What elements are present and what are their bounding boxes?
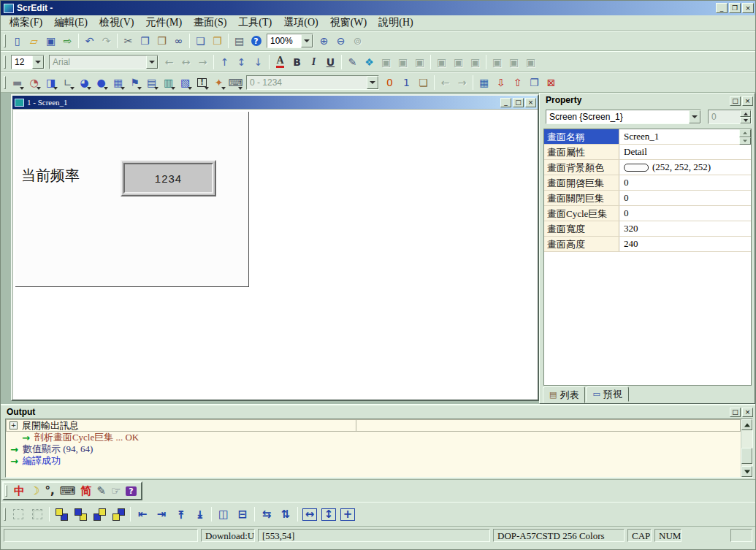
element-range-select[interactable]: 0 - 1234	[246, 75, 379, 90]
text-align-left-button[interactable]: ←	[161, 54, 177, 70]
pipe-element-button[interactable]: ∟	[59, 75, 76, 91]
graphic-display-element-button[interactable]: ▥	[160, 75, 177, 91]
menu-item-4[interactable]: 畫面(S)	[188, 15, 232, 30]
spin-down-icon[interactable]	[740, 117, 751, 123]
same-h-spacing-button[interactable]: ⇆	[257, 505, 276, 523]
tab-list[interactable]: ▤列表	[543, 386, 585, 403]
text-align-top-button[interactable]: ↑	[216, 54, 233, 70]
menu-item-7[interactable]: 視窗(W)	[324, 15, 373, 30]
numeric-display-element[interactable]: 1234	[121, 160, 216, 196]
output-panel-titlebar[interactable]: Output □×	[1, 405, 755, 418]
restore-button[interactable]: ❐	[729, 3, 741, 13]
button-element-button[interactable]: ▬	[9, 75, 26, 91]
toolbar-grip[interactable]	[4, 56, 6, 69]
download-all-button[interactable]: ⇧	[509, 75, 526, 91]
copy-button[interactable]: ❐	[137, 33, 153, 49]
ime-punctuation-button[interactable]: °,	[45, 486, 54, 497]
state0-button[interactable]: 0	[381, 75, 398, 91]
dropdown-arrow-icon[interactable]	[301, 34, 313, 47]
menu-item-5[interactable]: 工具(T)	[232, 15, 278, 30]
text-align-center-v-button[interactable]: ↕	[233, 54, 250, 70]
pattern-element-button[interactable]: ▦	[110, 75, 126, 91]
offline-simulation-button[interactable]: ⊠	[543, 75, 560, 91]
property-value[interactable]: 0	[619, 191, 751, 205]
dropdown-arrow-icon[interactable]	[146, 56, 158, 69]
spin-down-icon[interactable]	[739, 137, 751, 145]
keypad-element-button[interactable]: ⌨	[227, 75, 244, 91]
center-horizontal-button[interactable]: ◫	[214, 505, 233, 523]
property-value[interactable]: Screen_1	[619, 129, 751, 144]
save-button[interactable]: ▣	[42, 33, 59, 49]
expand-output-button[interactable]: +	[9, 421, 18, 429]
open-screen-button[interactable]: ❐	[209, 33, 226, 49]
compile-button[interactable]: ▦	[476, 75, 492, 91]
bring-to-front-button[interactable]	[52, 505, 71, 523]
picture-align-8-button[interactable]: ▣	[505, 54, 522, 70]
picture-align-2-button[interactable]: ▣	[394, 54, 411, 70]
send-to-back-button[interactable]	[71, 505, 90, 523]
screen-design-area[interactable]: 当前频率 1234	[15, 112, 249, 287]
toolbar-grip[interactable]	[4, 508, 6, 521]
ime-help-button[interactable]: ?	[126, 486, 136, 496]
dropdown-arrow-icon[interactable]	[689, 110, 700, 123]
output-close-button[interactable]: ×	[742, 408, 753, 417]
picture-align-6-button[interactable]: ▣	[467, 54, 484, 70]
bring-forward-button[interactable]	[90, 505, 109, 523]
zoom-select[interactable]: 100%	[267, 34, 313, 48]
ime-pointer-button[interactable]: ☞	[111, 486, 121, 497]
scroll-down-icon[interactable]	[741, 466, 752, 477]
screen-close-button[interactable]: ×	[525, 98, 536, 107]
same-size-button[interactable]: +	[338, 505, 357, 523]
menu-item-1[interactable]: 編輯(E)	[48, 15, 93, 30]
output-scrollbar[interactable]	[741, 419, 752, 477]
message-element-button[interactable]: ⚑	[126, 75, 143, 91]
group-button[interactable]	[9, 505, 28, 523]
picture-align-3-button[interactable]: ▣	[411, 54, 428, 70]
object-select[interactable]: Screen {Screen_1}	[546, 110, 701, 124]
screen-maximize-button[interactable]: □	[513, 98, 524, 107]
next-element-button[interactable]: →	[454, 75, 470, 91]
close-button[interactable]: ×	[742, 3, 754, 13]
same-width-button[interactable]: ↔	[300, 505, 319, 523]
underline-button[interactable]: U	[322, 54, 339, 70]
ime-language-button[interactable]: 中	[14, 486, 25, 497]
picture-align-9-button[interactable]: ▣	[522, 54, 539, 70]
align-right-button[interactable]: ⇥	[152, 505, 171, 523]
ime-handwrite-button[interactable]: ✎	[96, 486, 106, 497]
property-panel-titlebar[interactable]: Property □×	[540, 93, 755, 107]
minimize-button[interactable]: _	[716, 3, 728, 13]
tab-preview[interactable]: ▭預視	[586, 386, 628, 402]
property-row-6[interactable]: 畫面寬度320	[544, 221, 751, 237]
ime-softkeyboard-button[interactable]: ⌨	[60, 486, 76, 497]
scroll-up-icon[interactable]	[741, 419, 752, 430]
alarm-element-button[interactable]: !	[194, 75, 210, 91]
same-v-spacing-button[interactable]: ⇅	[276, 505, 295, 523]
send-backward-button[interactable]	[109, 505, 128, 523]
cut-button[interactable]: ✂	[120, 33, 137, 49]
align-top-button[interactable]: ⇤	[171, 505, 190, 523]
ime-grip[interactable]	[5, 485, 7, 497]
paste-button[interactable]: ❒	[153, 33, 170, 49]
menu-item-0[interactable]: 檔案(F)	[4, 15, 48, 30]
menu-item-2[interactable]: 檢視(V)	[93, 15, 140, 30]
help-button[interactable]: ?	[248, 33, 264, 49]
border-color-button[interactable]: ✎	[344, 54, 361, 70]
export-button[interactable]: ⇨	[59, 33, 76, 49]
property-row-2[interactable]: 畫面背景顏色(252, 252, 252)	[544, 160, 751, 175]
scroll-thumb[interactable]	[741, 448, 752, 464]
input-element-button[interactable]: ▧	[177, 75, 194, 91]
zoom-in-button[interactable]: ⊕	[316, 33, 332, 49]
zoom-region-button[interactable]: ⊚	[349, 33, 366, 49]
online-simulation-button[interactable]: ❐	[526, 75, 543, 91]
property-row-0[interactable]: 畫面名稱Screen_1	[544, 129, 751, 145]
property-row-5[interactable]: 畫面Cycle巨集0	[544, 206, 751, 221]
toolbar-grip[interactable]	[4, 76, 6, 89]
property-row-3[interactable]: 畫面開啓巨集0	[544, 175, 751, 191]
meter-element-button[interactable]: ◔	[26, 75, 42, 91]
multistate-element-button[interactable]: ✦	[210, 75, 227, 91]
element-property-button[interactable]: ❏	[415, 75, 432, 91]
dropdown-arrow-icon[interactable]	[367, 76, 378, 89]
toolbar-grip[interactable]	[4, 34, 6, 47]
align-bottom-button[interactable]: ⇥	[190, 505, 209, 523]
property-close-button[interactable]: ×	[742, 96, 753, 106]
